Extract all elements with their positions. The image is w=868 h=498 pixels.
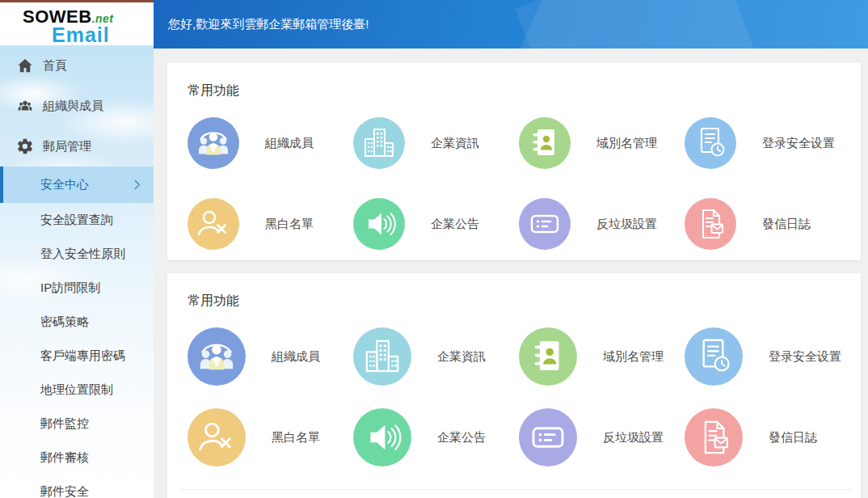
feature-grid: 組織成員 企業資訊 (188, 327, 851, 466)
logo[interactable]: SOWEB.net Email (0, 0, 154, 45)
feature-label: 黑白名單 (272, 430, 320, 445)
feature-label: 發信日誌 (769, 430, 817, 445)
blacklist-icon (188, 198, 239, 250)
feature-antispam[interactable]: 反垃圾設置 (519, 408, 685, 466)
feature-org-members[interactable]: 組織成員 (188, 117, 353, 169)
sidebar-subitem[interactable]: 郵件安全 (0, 475, 154, 498)
sidebar-subitem[interactable]: 登入安全性原則 (0, 237, 154, 271)
antispam-icon (519, 198, 571, 250)
feature-domain-alias[interactable]: 域別名管理 (519, 117, 685, 169)
announcement-icon (353, 408, 411, 466)
divider (179, 489, 851, 490)
feature-org-members[interactable]: 組織成員 (188, 327, 353, 386)
feature-label: 企業資訊 (437, 349, 486, 365)
sidebar: SOWEB.net Email 首頁 組織與成員 郵局管理 安全中心 安全設置查… (0, 0, 154, 498)
section-title: 常用功能 (188, 293, 851, 308)
feature-label: 發信日誌 (762, 217, 811, 232)
feature-label: 域別名管理 (603, 349, 664, 365)
domain-alias-icon (519, 327, 577, 386)
feature-label: 黑白名單 (265, 217, 314, 232)
sidebar-nav: 首頁 組織與成員 郵局管理 安全中心 安全設置查詢登入安全性原則IP訪問限制密碼… (0, 45, 154, 498)
feature-login-security[interactable]: 登录安全设置 (685, 327, 850, 386)
top-header: 您好,歡迎來到雲郵企業郵箱管理後臺! (154, 0, 868, 49)
chevron-right-icon (130, 178, 144, 192)
sidebar-active-label: 安全中心 (40, 177, 89, 192)
sidebar-subitem[interactable]: 郵件審核 (0, 441, 154, 475)
logo-email: Email (52, 25, 154, 45)
company-info-icon (353, 327, 411, 386)
sidebar-item-org-members[interactable]: 組織與成員 (0, 86, 154, 126)
gear-icon (16, 137, 34, 155)
feature-announcement[interactable]: 企業公告 (353, 198, 519, 250)
sidebar-subitem[interactable]: 密碼策略 (0, 305, 154, 339)
feature-domain-alias[interactable]: 域別名管理 (519, 327, 685, 386)
org-members-icon (188, 327, 246, 386)
feature-blacklist[interactable]: 黑白名單 (188, 408, 353, 466)
sidebar-subitem[interactable]: 地理位置限制 (0, 373, 154, 407)
feature-send-log[interactable]: 發信日誌 (685, 408, 850, 466)
sidebar-subitem[interactable]: 客戶端專用密碼 (0, 339, 154, 373)
antispam-icon (519, 408, 577, 466)
blacklist-icon (188, 408, 246, 466)
send-log-icon (685, 408, 743, 466)
feature-label: 登录安全设置 (762, 136, 835, 151)
org-members-icon (188, 117, 239, 169)
sidebar-subitem[interactable]: 郵件監控 (0, 407, 154, 441)
domain-alias-icon (519, 117, 571, 169)
feature-antispam[interactable]: 反垃圾設置 (519, 198, 685, 250)
company-info-icon (353, 117, 405, 169)
main-area: 您好,歡迎來到雲郵企業郵箱管理後臺! 常用功能 組織成員 (154, 0, 868, 498)
feature-login-security[interactable]: 登录安全设置 (685, 117, 850, 169)
login-security-icon (685, 117, 736, 169)
feature-label: 企業公告 (431, 217, 479, 232)
panel-common-functions: 常用功能 組織成員 企業 (167, 273, 861, 498)
sidebar-item-label: 首頁 (43, 58, 67, 74)
feature-label: 域別名管理 (596, 136, 657, 151)
welcome-message: 您好,歡迎來到雲郵企業郵箱管理後臺! (168, 17, 369, 32)
panel-common-functions: 常用功能 組織成員 企業 (167, 63, 861, 260)
sidebar-item-label: 郵局管理 (43, 139, 91, 154)
sidebar-item-home[interactable]: 首頁 (0, 45, 154, 86)
feature-company-info[interactable]: 企業資訊 (353, 327, 519, 386)
home-icon (16, 57, 34, 74)
send-log-icon (685, 198, 736, 250)
feature-label: 反垃圾設置 (603, 430, 664, 445)
section-title: 常用功能 (188, 82, 851, 98)
feature-announcement[interactable]: 企業公告 (353, 408, 519, 466)
sidebar-subitem[interactable]: 安全設置查詢 (0, 203, 154, 237)
feature-label: 反垃圾設置 (596, 217, 657, 232)
login-security-icon (685, 327, 743, 386)
feature-send-log[interactable]: 發信日誌 (685, 198, 850, 250)
users-icon (16, 97, 34, 115)
feature-label: 組織成員 (272, 349, 320, 365)
feature-label: 登录安全设置 (769, 349, 841, 365)
feature-blacklist[interactable]: 黑白名單 (188, 198, 353, 250)
announcement-icon (353, 198, 405, 250)
sidebar-item-label: 組織與成員 (43, 99, 103, 114)
feature-company-info[interactable]: 企業資訊 (353, 117, 519, 169)
sidebar-subitem[interactable]: IP訪問限制 (0, 271, 154, 305)
sidebar-item-post-office[interactable]: 郵局管理 (0, 126, 154, 167)
feature-grid: 組織成員 企業資訊 (188, 117, 851, 250)
feature-label: 企業資訊 (431, 136, 479, 151)
sidebar-top-nav: 首頁 組織與成員 郵局管理 (0, 45, 154, 167)
app-window: SOWEB.net Email 首頁 組織與成員 郵局管理 安全中心 安全設置查… (0, 0, 868, 498)
feature-label: 組織成員 (265, 136, 314, 151)
sidebar-sub-nav: 安全設置查詢登入安全性原則IP訪問限制密碼策略客戶端專用密碼地理位置限制郵件監控… (0, 203, 154, 498)
feature-label: 企業公告 (437, 430, 486, 445)
sidebar-item-security-center[interactable]: 安全中心 (0, 167, 154, 203)
main-content: 常用功能 組織成員 企業 (154, 49, 868, 498)
